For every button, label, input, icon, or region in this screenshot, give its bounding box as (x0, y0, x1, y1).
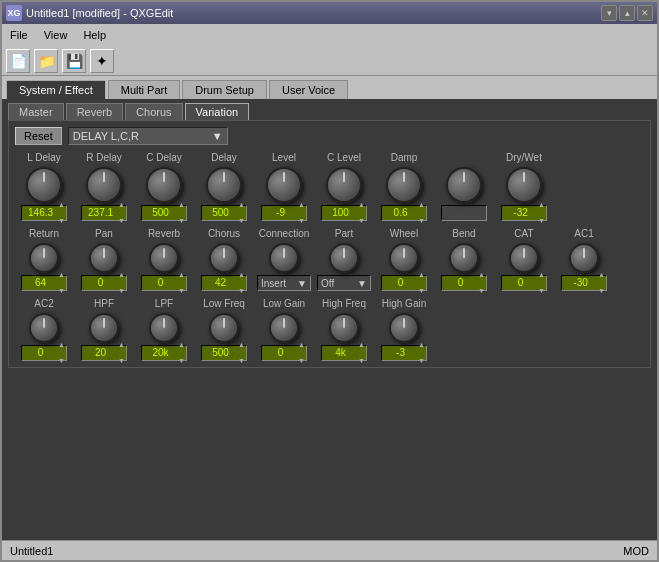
value-pan[interactable]: 0 ▲▼ (81, 275, 127, 291)
value-c-delay[interactable]: 500 ▲▼ (141, 205, 187, 221)
value-wheel[interactable]: 0 ▲▼ (381, 275, 427, 291)
tab-variation[interactable]: Variation (185, 103, 250, 120)
knob-delay[interactable] (206, 167, 242, 203)
knob-wheel[interactable] (389, 243, 419, 273)
dropdown-part[interactable]: Off ▼ (317, 275, 371, 291)
spin-l-delay[interactable]: ▲▼ (58, 197, 65, 229)
tab-reverb[interactable]: Reverb (66, 103, 123, 120)
minimize-button[interactable]: ▾ (601, 5, 617, 21)
spin-high-gain[interactable]: ▲▼ (418, 337, 425, 369)
save-button[interactable]: 💾 (62, 49, 86, 73)
knob-lpf[interactable] (149, 313, 179, 343)
knob-damp[interactable] (386, 167, 422, 203)
spin-chorus[interactable]: ▲▼ (238, 267, 245, 299)
knob-bend[interactable] (449, 243, 479, 273)
knob-return[interactable] (29, 243, 59, 273)
value-bend[interactable]: 0 ▲▼ (441, 275, 487, 291)
tab-system-effect[interactable]: System / Effect (6, 80, 106, 99)
knob-reverb[interactable] (149, 243, 179, 273)
value-high-gain[interactable]: -3 ▲▼ (381, 345, 427, 361)
value-level[interactable]: -9 ▲▼ (261, 205, 307, 221)
value-hpf[interactable]: 20 ▲▼ (81, 345, 127, 361)
knob-l-delay[interactable] (26, 167, 62, 203)
spin-reverb[interactable]: ▲▼ (178, 267, 185, 299)
knob-part[interactable] (329, 243, 359, 273)
col-r-delay: R Delay 237.1 ▲▼ (75, 151, 133, 221)
knob-r-delay[interactable] (86, 167, 122, 203)
maximize-button[interactable]: ▴ (619, 5, 635, 21)
spin-high-freq[interactable]: ▲▼ (358, 337, 365, 369)
knob-empty[interactable] (446, 167, 482, 203)
spin-hpf[interactable]: ▲▼ (118, 337, 125, 369)
spin-c-delay[interactable]: ▲▼ (178, 197, 185, 229)
value-low-freq[interactable]: 500 ▲▼ (201, 345, 247, 361)
value-l-delay[interactable]: 146.3 ▲▼ (21, 205, 67, 221)
spin-damp[interactable]: ▲▼ (418, 197, 425, 229)
knob-low-freq[interactable] (209, 313, 239, 343)
value-chorus[interactable]: 42 ▲▼ (201, 275, 247, 291)
spin-lpf[interactable]: ▲▼ (178, 337, 185, 369)
knob-chorus[interactable] (209, 243, 239, 273)
spin-return[interactable]: ▲▼ (58, 267, 65, 299)
spin-wheel[interactable]: ▲▼ (418, 267, 425, 299)
value-damp[interactable]: 0.6 ▲▼ (381, 205, 427, 221)
tab-multi-part[interactable]: Multi Part (108, 80, 180, 99)
spin-low-freq[interactable]: ▲▼ (238, 337, 245, 369)
spin-bend[interactable]: ▲▼ (478, 267, 485, 299)
spin-ac2[interactable]: ▲▼ (58, 337, 65, 369)
tab-chorus[interactable]: Chorus (125, 103, 182, 120)
value-delay[interactable]: 500 ▲▼ (201, 205, 247, 221)
open-button[interactable]: 📁 (34, 49, 58, 73)
value-cat[interactable]: 0 ▲▼ (501, 275, 547, 291)
spin-pan[interactable]: ▲▼ (118, 267, 125, 299)
knob-dry-wet[interactable] (506, 167, 542, 203)
value-return[interactable]: 64 ▲▼ (21, 275, 67, 291)
spin-c-level[interactable]: ▲▼ (358, 197, 365, 229)
tab-master[interactable]: Master (8, 103, 64, 120)
col-high-freq: High Freq 4k ▲▼ (315, 297, 373, 361)
knob-low-gain[interactable] (269, 313, 299, 343)
row2-knobs: Return 64 ▲▼ Pan 0 ▲▼ Reverb (15, 227, 644, 291)
new-button[interactable]: 📄 (6, 49, 30, 73)
menu-help[interactable]: Help (79, 27, 110, 43)
spin-level[interactable]: ▲▼ (298, 197, 305, 229)
special-button[interactable]: ✦ (90, 49, 114, 73)
knob-connection[interactable] (269, 243, 299, 273)
knob-high-gain[interactable] (389, 313, 419, 343)
tab-drum-setup[interactable]: Drum Setup (182, 80, 267, 99)
preset-selector[interactable]: DELAY L,C,R ▼ (68, 127, 228, 145)
knob-ac1[interactable] (569, 243, 599, 273)
main-tabs: System / Effect Multi Part Drum Setup Us… (2, 76, 657, 99)
spin-ac1[interactable]: ▲▼ (598, 267, 605, 299)
value-low-gain[interactable]: 0 ▲▼ (261, 345, 307, 361)
knob-high-freq[interactable] (329, 313, 359, 343)
spin-r-delay[interactable]: ▲▼ (118, 197, 125, 229)
knob-ac2[interactable] (29, 313, 59, 343)
knob-c-level[interactable] (326, 167, 362, 203)
knob-level[interactable] (266, 167, 302, 203)
menu-file[interactable]: File (6, 27, 32, 43)
knob-cat[interactable] (509, 243, 539, 273)
value-r-delay[interactable]: 237.1 ▲▼ (81, 205, 127, 221)
menu-view[interactable]: View (40, 27, 72, 43)
value-high-freq[interactable]: 4k ▲▼ (321, 345, 367, 361)
tab-user-voice[interactable]: User Voice (269, 80, 348, 99)
spin-dry-wet[interactable]: ▲▼ (538, 197, 545, 229)
value-ac2[interactable]: 0 ▲▼ (21, 345, 67, 361)
close-button[interactable]: ✕ (637, 5, 653, 21)
reset-button[interactable]: Reset (15, 127, 62, 145)
spin-delay[interactable]: ▲▼ (238, 197, 245, 229)
knob-pan[interactable] (89, 243, 119, 273)
value-ac1[interactable]: -30 ▲▼ (561, 275, 607, 291)
col-cat: CAT 0 ▲▼ (495, 227, 553, 291)
spin-low-gain[interactable]: ▲▼ (298, 337, 305, 369)
value-reverb[interactable]: 0 ▲▼ (141, 275, 187, 291)
knob-hpf[interactable] (89, 313, 119, 343)
value-c-level[interactable]: 100 ▲▼ (321, 205, 367, 221)
value-dry-wet[interactable]: -32 ▲▼ (501, 205, 547, 221)
knob-c-delay[interactable] (146, 167, 182, 203)
dropdown-connection[interactable]: Insert ▼ (257, 275, 311, 291)
value-lpf[interactable]: 20k ▲▼ (141, 345, 187, 361)
spin-cat[interactable]: ▲▼ (538, 267, 545, 299)
col-part: Part Off ▼ (315, 227, 373, 291)
